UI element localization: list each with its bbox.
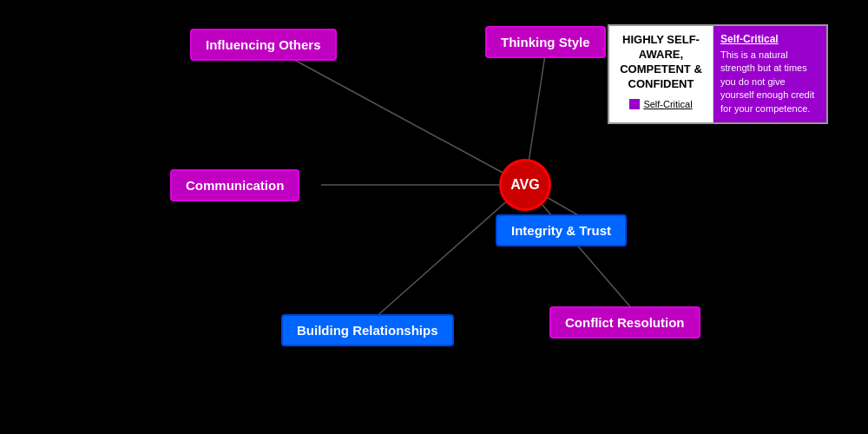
tooltip-card: HIGHLY SELF-AWARE, COMPETENT & CONFIDENT… — [608, 24, 828, 124]
communication-label[interactable]: Communication — [170, 169, 299, 201]
legend-color-box — [629, 99, 640, 109]
svg-line-0 — [275, 49, 525, 185]
thinking-style-label[interactable]: Thinking Style — [485, 26, 606, 58]
influencing-others-label[interactable]: Influencing Others — [190, 29, 337, 61]
tooltip-right-text: This is a natural strength but at times … — [720, 49, 819, 115]
tooltip-legend: Self-Critical — [629, 99, 692, 109]
avg-label: AVG — [510, 177, 539, 193]
svg-line-5 — [525, 185, 640, 318]
tooltip-card-title: HIGHLY SELF-AWARE, COMPETENT & CONFIDENT — [616, 33, 706, 92]
conflict-resolution-label[interactable]: Conflict Resolution — [549, 306, 700, 339]
tooltip-right: Self-Critical This is a natural strength… — [713, 26, 826, 122]
building-relationships-label[interactable]: Building Relationships — [281, 314, 454, 346]
integrity-trust-label[interactable]: Integrity & Trust — [496, 214, 627, 247]
svg-line-4 — [366, 185, 525, 326]
tooltip-right-title: Self-Critical — [720, 33, 819, 45]
tooltip-left: HIGHLY SELF-AWARE, COMPETENT & CONFIDENT… — [609, 26, 713, 122]
legend-label: Self-Critical — [643, 99, 692, 109]
avg-badge[interactable]: AVG — [499, 159, 551, 211]
